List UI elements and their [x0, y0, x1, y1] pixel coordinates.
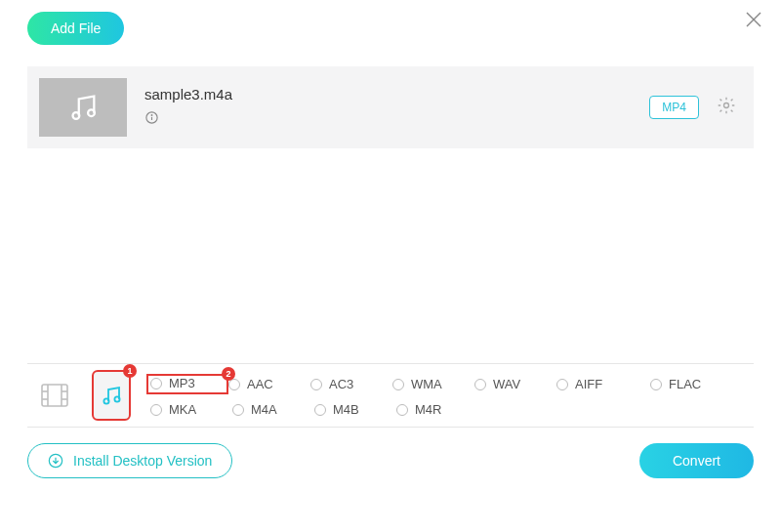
svg-point-15: [103, 398, 108, 403]
format-option-m4r[interactable]: M4R: [396, 402, 478, 417]
format-label: MKA: [169, 402, 196, 417]
settings-button[interactable]: [717, 96, 736, 119]
format-label: FLAC: [669, 377, 701, 391]
format-option-ac3[interactable]: AC3: [310, 374, 392, 394]
format-option-wma[interactable]: WMA: [392, 374, 474, 394]
radio-icon: [396, 404, 408, 416]
format-option-m4a[interactable]: M4A: [232, 402, 314, 417]
file-thumbnail: [39, 78, 127, 137]
convert-button[interactable]: Convert: [639, 443, 754, 478]
music-note-icon: [66, 91, 100, 124]
download-icon: [48, 453, 63, 469]
install-label: Install Desktop Version: [73, 453, 212, 469]
format-label: AIFF: [575, 377, 602, 391]
radio-icon: [232, 404, 244, 416]
format-label: M4B: [333, 402, 359, 417]
svg-point-3: [88, 109, 95, 116]
format-option-flac[interactable]: FLAC: [650, 374, 744, 394]
radio-icon: [650, 379, 662, 390]
format-option-mka[interactable]: MKA: [150, 402, 232, 417]
file-meta: sample3.m4a: [144, 86, 232, 129]
format-options: MP3 2 AAC AC3 WMA WAV AIFF FLAC MKA M4A …: [150, 374, 744, 417]
format-option-aac[interactable]: AAC: [228, 374, 310, 394]
install-desktop-button[interactable]: Install Desktop Version: [27, 443, 232, 478]
music-note-icon: [100, 384, 123, 407]
radio-icon: [474, 379, 486, 390]
audio-tab[interactable]: 1: [94, 372, 129, 419]
annotation-badge-2: 2: [222, 367, 235, 381]
close-button[interactable]: [744, 10, 763, 33]
empty-area: [27, 148, 754, 363]
format-selector: 1 MP3 2 AAC AC3 WMA WAV AIFF FLAC MKA M4…: [27, 363, 754, 428]
format-option-aiff[interactable]: AIFF: [556, 374, 650, 394]
annotation-badge-1: 1: [123, 364, 137, 378]
format-option-mp3[interactable]: MP3 2: [146, 374, 228, 394]
radio-icon: [392, 379, 404, 390]
format-label: AAC: [247, 377, 273, 391]
format-label: AC3: [329, 377, 353, 391]
output-format-button[interactable]: MP4: [649, 96, 699, 119]
svg-point-16: [114, 396, 119, 401]
svg-point-6: [151, 115, 152, 116]
format-label: WMA: [411, 377, 442, 391]
format-option-m4b[interactable]: M4B: [314, 402, 396, 417]
format-row-1: MP3 2 AAC AC3 WMA WAV AIFF FLAC: [150, 374, 744, 394]
add-file-button[interactable]: Add File: [27, 12, 124, 45]
close-icon: [744, 10, 763, 29]
radio-icon: [150, 378, 162, 389]
radio-icon: [556, 379, 568, 390]
radio-icon: [150, 404, 162, 416]
file-item: sample3.m4a MP4: [27, 66, 754, 148]
info-icon: [144, 110, 159, 125]
format-label: M4R: [415, 402, 441, 417]
gear-icon: [717, 96, 736, 115]
app-root: Add File sample3.m4a MP4 1: [0, 0, 781, 532]
info-button[interactable]: [144, 110, 159, 129]
format-label: MP3: [169, 376, 195, 390]
format-label: M4A: [251, 402, 277, 417]
svg-point-2: [73, 112, 80, 119]
video-tab[interactable]: [37, 372, 72, 419]
svg-point-7: [724, 103, 729, 108]
radio-icon: [310, 379, 322, 390]
svg-rect-8: [42, 385, 67, 406]
footer: Install Desktop Version Convert: [27, 443, 754, 478]
video-icon: [41, 384, 68, 407]
format-label: WAV: [493, 377, 520, 391]
radio-icon: [314, 404, 326, 416]
file-name-label: sample3.m4a: [144, 86, 232, 102]
format-row-2: MKA M4A M4B M4R: [150, 402, 744, 417]
format-option-wav[interactable]: WAV: [474, 374, 556, 394]
